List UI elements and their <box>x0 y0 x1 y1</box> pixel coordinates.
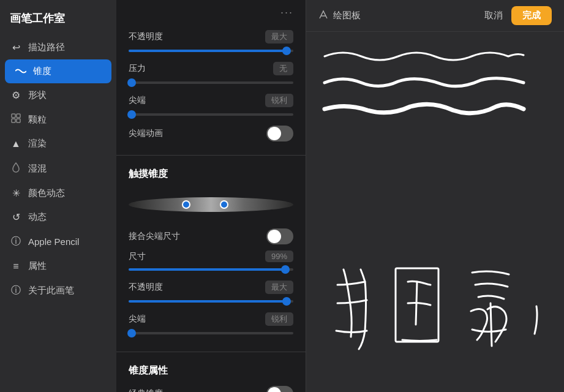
size-slider[interactable] <box>129 268 293 272</box>
brush-strokes <box>318 44 552 118</box>
tip-animation-label: 尖端动画 <box>129 128 163 139</box>
taper-shape-container <box>129 189 293 220</box>
tip-label: 尖端 <box>129 95 146 106</box>
pressure-value: 无 <box>273 62 293 75</box>
sidebar-item-label: 渲染 <box>28 138 47 149</box>
preview-title-row: 绘图板 <box>318 10 361 21</box>
sidebar-item-stroke-path[interactable]: ↩ 描边路径 <box>0 36 116 59</box>
sidebar-item-label: 湿混 <box>28 163 47 175</box>
divider-2 <box>116 352 306 352</box>
taper-shape-svg <box>129 189 293 220</box>
taper-icon <box>15 66 27 77</box>
app-title: 画笔工作室 <box>0 0 116 36</box>
handwriting-svg <box>319 245 552 368</box>
sidebar: 画笔工作室 ↩ 描边路径 锥度 ⚙ 形状 颗粒 ▲ 渲染 <box>0 0 116 392</box>
sidebar-item-label: 关于此画笔 <box>28 285 74 296</box>
tip2-slider[interactable] <box>129 332 293 336</box>
sidebar-item-wet-mix[interactable]: 湿混 <box>0 156 116 181</box>
sidebar-item-dynamic[interactable]: ↺ 动态 <box>0 205 116 229</box>
middle-panel: ··· 不透明度 最大 压力 无 尖端 锐利 <box>116 0 306 392</box>
accept-tip-row: 接合尖端尺寸 <box>129 228 293 244</box>
sidebar-item-label: 颜色动态 <box>28 187 65 199</box>
sidebar-item-grain[interactable]: 颗粒 <box>0 107 116 132</box>
sidebar-item-apple-pencil[interactable]: ⓘ Apple Pencil <box>0 229 116 254</box>
color-dynamic-icon: ✳ <box>10 187 22 199</box>
sidebar-item-label: 属性 <box>28 260 47 272</box>
opacity2-label: 不透明度 <box>129 282 163 293</box>
opacity-value: 最大 <box>265 30 293 43</box>
sidebar-item-render[interactable]: ▲ 渲染 <box>0 132 116 156</box>
tip-animation-toggle[interactable] <box>266 126 293 141</box>
svg-point-4 <box>129 197 293 212</box>
stroke-path-icon: ↩ <box>10 42 22 53</box>
brush-stroke-1 <box>318 44 527 66</box>
classic-taper-toggle[interactable] <box>266 386 293 392</box>
classic-taper-label: 经典锥度 <box>129 388 163 392</box>
opacity-label: 不透明度 <box>129 31 163 42</box>
tip2-value: 锐利 <box>265 312 293 326</box>
divider-1 <box>116 155 306 156</box>
render-icon: ▲ <box>10 138 22 149</box>
tip-animation-row: 尖端动画 <box>129 126 293 141</box>
pressure-label: 压力 <box>129 63 146 74</box>
drawing-board-icon <box>318 10 328 21</box>
preview-canvas <box>306 32 564 392</box>
sidebar-item-about[interactable]: ⓘ 关于此画笔 <box>0 278 116 303</box>
opacity-section: 不透明度 最大 压力 无 尖端 锐利 <box>116 21 306 151</box>
dynamic-icon: ↺ <box>10 211 22 223</box>
tip-slider[interactable] <box>129 113 293 117</box>
sidebar-item-label: Apple Pencil <box>28 236 79 247</box>
shape-icon: ⚙ <box>10 89 22 101</box>
opacity2-slider[interactable] <box>129 300 293 304</box>
tip2-row: 尖端 锐利 <box>129 312 293 326</box>
sidebar-item-shape[interactable]: ⚙ 形状 <box>0 83 116 107</box>
sidebar-item-label: 颗粒 <box>28 114 47 126</box>
sidebar-item-properties[interactable]: ≡ 属性 <box>0 254 116 278</box>
done-button[interactable]: 完成 <box>511 6 552 25</box>
taper-thumb-right[interactable] <box>220 200 228 209</box>
svg-rect-3 <box>17 119 20 123</box>
brush-stroke-2 <box>318 70 527 92</box>
sidebar-item-label: 形状 <box>28 89 47 101</box>
preview-title: 绘图板 <box>333 10 361 21</box>
svg-rect-2 <box>12 119 15 123</box>
opacity-row: 不透明度 最大 <box>129 30 293 43</box>
size-value: 99% <box>265 251 293 262</box>
wet-mix-icon <box>10 162 22 175</box>
about-icon: ⓘ <box>10 284 22 297</box>
taper-props-section: 锥度属性 经典锥度 <box>116 356 306 392</box>
svg-rect-0 <box>12 114 15 118</box>
tip-value: 锐利 <box>265 94 293 107</box>
sidebar-item-color-dynamic[interactable]: ✳ 颜色动态 <box>0 181 116 205</box>
handwriting-area <box>318 245 552 368</box>
preview-panel: 绘图板 取消 完成 <box>306 0 564 392</box>
tip-row: 尖端 锐利 <box>129 94 293 107</box>
brush-stroke-3 <box>318 97 527 118</box>
opacity2-row: 不透明度 最大 <box>129 281 293 294</box>
taper-props-title: 锥度属性 <box>129 364 293 377</box>
sidebar-item-taper[interactable]: 锥度 <box>5 59 111 83</box>
svg-rect-1 <box>17 114 20 118</box>
more-button[interactable]: ··· <box>280 6 293 19</box>
size-row: 尺寸 99% <box>129 251 293 262</box>
pressure-row: 压力 无 <box>129 62 293 75</box>
pressure-slider[interactable] <box>129 81 293 85</box>
opacity2-value: 最大 <box>265 281 293 294</box>
size-label: 尺寸 <box>129 251 146 262</box>
cancel-button[interactable]: 取消 <box>484 10 503 21</box>
opacity-slider[interactable] <box>129 50 293 53</box>
apple-pencil-icon: ⓘ <box>10 235 22 248</box>
sidebar-item-label: 动态 <box>28 211 47 223</box>
touch-taper-section: 触摸锥度 接合尖端尺寸 <box>116 159 306 348</box>
tip2-label: 尖端 <box>129 314 146 325</box>
accept-tip-label: 接合尖端尺寸 <box>129 231 180 242</box>
sidebar-item-label: 描边路径 <box>28 42 65 53</box>
accept-tip-toggle[interactable] <box>266 228 293 244</box>
sidebar-item-label: 锥度 <box>33 66 51 77</box>
preview-header: 绘图板 取消 完成 <box>306 0 564 32</box>
taper-thumb-left[interactable] <box>182 200 190 209</box>
touch-taper-title: 触摸锥度 <box>129 168 293 181</box>
classic-taper-row: 经典锥度 <box>129 386 293 392</box>
grain-icon <box>10 113 22 126</box>
preview-actions: 取消 完成 <box>484 6 552 25</box>
